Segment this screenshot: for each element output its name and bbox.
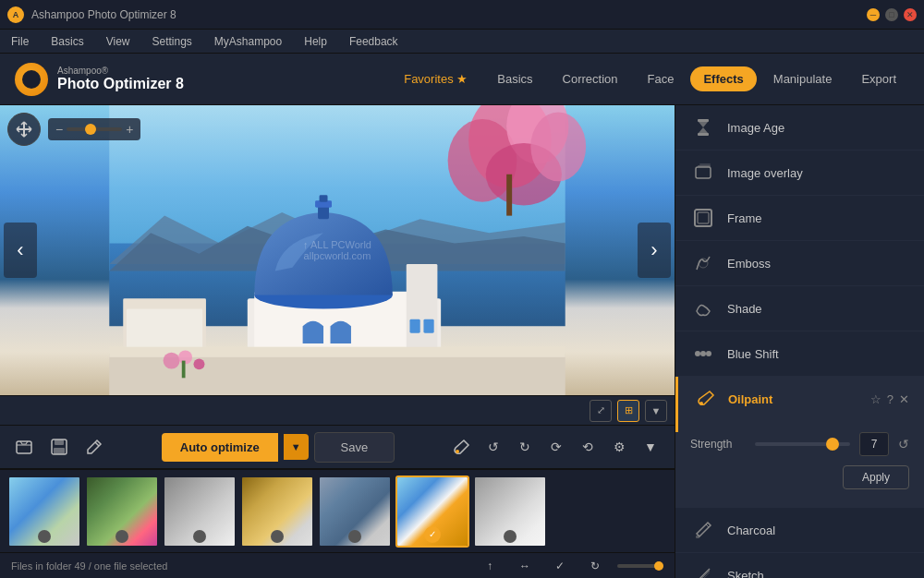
menu-feedback[interactable]: Feedback [346, 33, 402, 50]
sort-asc-icon[interactable]: ↑ [477, 553, 503, 579]
edit-button[interactable] [81, 434, 107, 460]
menu-basics[interactable]: Basics [47, 33, 87, 50]
svg-point-33 [456, 450, 459, 453]
minimize-button[interactable]: ─ [867, 8, 880, 21]
close-button[interactable]: ✕ [904, 8, 917, 21]
emboss-icon [690, 250, 716, 276]
brush-svg [696, 389, 716, 409]
save-button[interactable]: Save [314, 432, 395, 463]
emboss-label: Emboss [727, 257, 909, 271]
zoom-control[interactable]: − + [48, 118, 140, 140]
apply-button[interactable]: Apply [843, 465, 909, 489]
refresh-icon[interactable]: ↻ [582, 553, 608, 579]
svg-rect-34 [698, 119, 709, 122]
oilpaint-actions: ☆ ? ✕ [870, 392, 909, 406]
save-file-button[interactable] [46, 434, 72, 460]
menu-view[interactable]: View [103, 33, 134, 50]
svg-rect-36 [696, 167, 711, 178]
zoom-minus-icon[interactable]: − [55, 122, 63, 137]
menu-help[interactable]: Help [300, 33, 331, 50]
oilpaint-close-button[interactable]: ✕ [899, 392, 909, 406]
image-overlay-label: Image overlay [727, 166, 909, 180]
pan-control[interactable] [7, 113, 41, 146]
check-icon[interactable]: ✓ [547, 553, 573, 579]
filmstrip-thumb-3[interactable] [163, 476, 237, 548]
image-bottom-bar: ⤢ ⊞ ▼ [0, 395, 675, 425]
zoom-slider[interactable] [67, 127, 122, 131]
maximize-button[interactable]: □ [885, 8, 898, 21]
next-image-button[interactable]: › [638, 223, 671, 278]
statusbar: Files in folder 49 / one file selected ↑… [0, 552, 675, 578]
effect-oilpaint[interactable]: Oilpaint ☆ ? ✕ [675, 377, 924, 432]
toolbar: Auto optimize ▼ Save ↺ ↻ ⟳ ⟲ ⚙ ▼ [0, 425, 675, 469]
brush-tool-button[interactable] [449, 434, 475, 460]
menu-settings[interactable]: Settings [148, 33, 195, 50]
zoom-plus-icon[interactable]: + [126, 122, 133, 137]
strength-reset-button[interactable]: ↺ [898, 437, 909, 452]
svg-rect-46 [696, 536, 699, 538]
settings-button[interactable]: ⚙ [606, 434, 632, 460]
svg-point-45 [699, 402, 703, 405]
frame-label: Frame [727, 211, 909, 225]
svg-point-25 [193, 358, 204, 369]
view-options-button[interactable]: ▼ [645, 400, 667, 422]
open-file-button[interactable] [11, 434, 37, 460]
nav-export[interactable]: Export [848, 66, 909, 91]
nav-basics[interactable]: Basics [484, 66, 545, 91]
logo-title: Photo Optimizer 8 [57, 76, 184, 92]
expand-button[interactable]: ⤢ [590, 400, 612, 422]
shade-label: Shade [727, 302, 909, 316]
prev-image-button[interactable]: ‹ [4, 223, 37, 278]
nav-effects[interactable]: Effects [690, 66, 756, 91]
thumbnail-size-slider[interactable] [617, 564, 663, 568]
strength-slider[interactable] [755, 442, 850, 446]
filmstrip-thumb-2[interactable] [85, 476, 159, 548]
rotate-ccw-button[interactable]: ⟲ [575, 434, 601, 460]
oilpaint-favorite-button[interactable]: ☆ [870, 392, 881, 406]
oilpaint-help-button[interactable]: ? [887, 392, 894, 406]
effect-image-overlay[interactable]: Image overlay [675, 151, 924, 196]
main-content: Optimized! ↑ ALL PCWorld allpcworld.com … [0, 105, 924, 578]
nav-face[interactable]: Face [635, 66, 687, 91]
blue-shift-label: Blue Shift [727, 347, 909, 361]
auto-optimize-button[interactable]: Auto optimize [162, 433, 278, 462]
main-navigation: Favorites ★ Basics Correction Face Effec… [391, 66, 909, 91]
strength-row: Strength 7 ↺ [690, 432, 909, 456]
svg-point-43 [700, 351, 706, 356]
svg-rect-31 [55, 440, 64, 445]
effect-frame[interactable]: Frame [675, 196, 924, 241]
filmstrip-thumb-6[interactable]: ✓ [395, 476, 469, 548]
redo-button[interactable]: ↻ [512, 434, 538, 460]
more-button[interactable]: ▼ [638, 434, 663, 460]
effect-blue-shift[interactable]: Blue Shift [675, 331, 924, 377]
filmstrip-thumb-5[interactable] [318, 476, 392, 548]
effect-emboss[interactable]: Emboss [675, 241, 924, 286]
undo-button[interactable]: ↺ [480, 434, 506, 460]
filmstrip-thumb-4[interactable] [240, 476, 314, 548]
rotate-cw-button[interactable]: ⟳ [543, 434, 569, 460]
statusbar-right: ↑ ↔ ✓ ↻ [477, 553, 663, 579]
oilpaint-controls: Strength 7 ↺ Apply [675, 432, 924, 508]
view-toggle-button[interactable]: ⊞ [617, 400, 639, 422]
filmstrip-thumb-1[interactable] [7, 476, 81, 548]
frame-svg [693, 208, 713, 228]
expand-filmstrip-icon[interactable]: ↔ [512, 553, 538, 579]
auto-optimize-dropdown[interactable]: ▼ [284, 434, 309, 460]
menu-myashampoo[interactable]: MyAshampoo [211, 33, 286, 50]
nav-favorites[interactable]: Favorites ★ [391, 66, 480, 91]
effect-shade[interactable]: Shade [675, 286, 924, 331]
selected-checkmark: ✓ [424, 526, 441, 543]
nav-manipulate[interactable]: Manipulate [760, 66, 845, 91]
edit-icon [85, 438, 103, 456]
logo: Ashampoo® Photo Optimizer 8 [15, 63, 184, 96]
nav-correction[interactable]: Correction [550, 66, 631, 91]
titlebar-controls[interactable]: ─ □ ✕ [867, 8, 917, 21]
menu-file[interactable]: File [7, 33, 32, 50]
effect-charcoal[interactable]: Charcoal [675, 508, 924, 553]
filmstrip-thumb-7[interactable] [473, 476, 547, 548]
effect-image-age[interactable]: Image Age [675, 105, 924, 151]
layers-svg [693, 163, 713, 183]
image-age-label: Image Age [727, 121, 909, 135]
open-icon [15, 438, 33, 456]
effect-sketch[interactable]: Sketch [675, 553, 924, 578]
